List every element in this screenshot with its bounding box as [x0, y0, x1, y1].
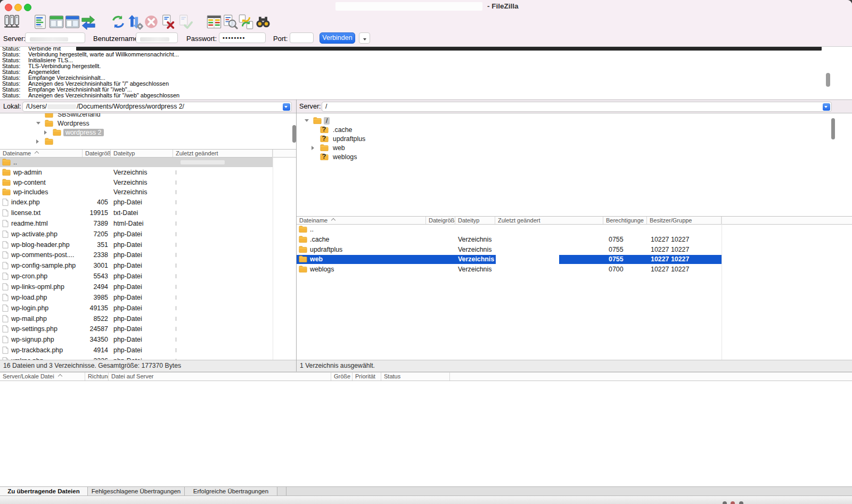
synchronized-browsing-button[interactable] [238, 14, 254, 30]
file-row-wp-load.php[interactable]: wp-load.php3985php-Datei [0, 293, 273, 302]
column-header-größe[interactable]: Größe [331, 373, 353, 381]
file-row-web[interactable]: webVerzeichnis075510227 10227 [297, 255, 722, 265]
column-header-besitzer/gruppe[interactable]: Besitzer/Gruppe [647, 217, 722, 224]
connect-button[interactable]: Verbinden [320, 32, 355, 44]
tree-item-/[interactable]: / [297, 116, 852, 125]
port-input[interactable] [290, 32, 314, 43]
local-pane-button[interactable] [48, 14, 64, 30]
chevron-right-icon[interactable] [44, 130, 47, 135]
redacted-date [175, 348, 177, 352]
close-window-button[interactable] [5, 4, 12, 11]
log-scrollbar[interactable] [826, 73, 830, 87]
file-name: wp-cron.php [11, 272, 47, 280]
file-row-wp-activate.php[interactable]: wp-activate.php7205php-Datei [0, 229, 273, 239]
file-row-wp-signup.php[interactable]: wp-signup.php34350php-Datei [0, 335, 273, 344]
tab-fehlgeschlagene-übertragungen[interactable]: Fehlgeschlagene Übertragungen [88, 487, 185, 495]
column-divider [273, 150, 273, 360]
tree-item-updraftplus[interactable]: ?updraftplus [297, 134, 852, 143]
file-row-.cache[interactable]: .cacheVerzeichnis075510227 10227 [297, 235, 722, 244]
minimize-window-button[interactable] [14, 4, 22, 11]
column-header-dateiname[interactable]: Dateiname [297, 217, 426, 224]
file-row-wp-links-opml.php[interactable]: wp-links-opml.php2494php-Datei [0, 282, 273, 292]
server-input[interactable] [25, 32, 85, 43]
column-header-dateigröße[interactable]: Dateigröße [426, 217, 455, 224]
remote-path-dropdown-button[interactable] [823, 103, 831, 111]
file-row-wp-blog-header.php[interactable]: wp-blog-header.php351php-Datei [0, 240, 273, 250]
chevron-right-icon[interactable] [312, 146, 314, 150]
disconnect-button[interactable] [160, 14, 176, 30]
file-row-..[interactable]: .. [0, 158, 273, 167]
file-type: Verzeichnis [111, 168, 173, 177]
tree-item-wordpress[interactable]: Wordpress [0, 119, 296, 128]
tab-erfolgreiche-übertragungen[interactable]: Erfolgreiche Übertragungen [185, 487, 277, 495]
column-header-dateigröße[interactable]: Dateigröße [83, 150, 111, 157]
file-row-wp-config-sample.php[interactable]: wp-config-sample.php3001php-Datei [0, 261, 273, 270]
column-header-datei-auf-server[interactable]: Datei auf Server [109, 373, 331, 381]
column-header-priorität[interactable]: Priorität [353, 373, 381, 381]
file-row-wp-comments-post....[interactable]: wp-comments-post....2338php-Datei [0, 251, 273, 260]
find-files-button[interactable] [255, 14, 271, 30]
tree-item-unnamed[interactable] [0, 137, 296, 146]
transfer-queue-button[interactable] [80, 14, 96, 30]
pane-splitter[interactable] [296, 100, 297, 371]
message-log-button[interactable] [32, 14, 48, 30]
column-header-zuletzt-geändert[interactable]: Zuletzt geändert [495, 217, 603, 224]
reconnect-button[interactable] [177, 14, 193, 30]
tree-item-weblogs[interactable]: ?weblogs [297, 152, 852, 161]
chevron-down-icon[interactable] [36, 122, 40, 125]
tree-item-.cache[interactable]: ?.cache [297, 125, 852, 134]
column-header-zuletzt-geändert[interactable]: Zuletzt geändert [173, 150, 273, 157]
file-row-weblogs[interactable]: weblogsVerzeichnis070010227 10227 [297, 265, 722, 274]
file-row-..[interactable]: .. [297, 225, 722, 234]
column-header-server/lokale-datei[interactable]: Server/Lokale Datei [0, 373, 85, 381]
tree-item-web[interactable]: web [297, 143, 852, 152]
file-row-wp-mail.php[interactable]: wp-mail.php8522php-Datei [0, 314, 273, 324]
local-path-combobox[interactable]: /Users//Documents/Wordpress/wordpress 2/ [22, 102, 292, 112]
column-header-richtung[interactable]: Richtung [85, 373, 109, 381]
tab-zu-übertragende-dateien[interactable]: Zu übertragende Dateien [0, 487, 88, 495]
file-name: .cache [310, 236, 330, 243]
process-queue-button[interactable] [127, 14, 143, 30]
file-row-readme.html[interactable]: readme.html7389html-Datei [0, 219, 273, 228]
local-tree-scrollbar[interactable] [292, 125, 296, 143]
chevron-down-icon[interactable] [305, 119, 309, 122]
filename-filter-button[interactable] [222, 14, 238, 30]
list-header: Server/Lokale DateiRichtungDatei auf Ser… [0, 373, 852, 381]
file-row-updraftplus[interactable]: updraftplusVerzeichnis075510227 10227 [297, 245, 722, 254]
tree-item-sbswitzerland[interactable]: SBSwitzerland [0, 113, 296, 119]
column-header-dateityp[interactable]: Dateityp [111, 150, 173, 157]
file-row-wp-includes[interactable]: wp-includesVerzeichnis [0, 188, 273, 197]
file-row-wp-content[interactable]: wp-contentVerzeichnis [0, 178, 273, 187]
local-path-dropdown-button[interactable] [283, 103, 291, 111]
log-line: Status:TLS-Verbindung hergestellt. [0, 63, 852, 69]
file-row-xmlrpc.php[interactable]: xmlrpc.php3236php-Datei [0, 356, 273, 360]
remote-pane-button[interactable] [64, 14, 80, 30]
file-row-license.txt[interactable]: license.txt19915txt-Datei [0, 208, 273, 218]
remote-path-combobox[interactable]: / [322, 102, 832, 112]
directory-comparison-button[interactable] [206, 14, 222, 30]
connect-dropdown-button[interactable] [359, 32, 370, 44]
file-row-wp-login.php[interactable]: wp-login.php49135php-Datei [0, 303, 273, 313]
redacted-date [175, 274, 177, 278]
column-header-berechtigunge[interactable]: Berechtigunge [603, 217, 647, 224]
site-manager-button[interactable] [4, 14, 20, 30]
column-header-status[interactable]: Status [381, 373, 450, 381]
refresh-button[interactable] [110, 14, 126, 30]
zoom-window-button[interactable] [24, 4, 31, 11]
chevron-right-icon[interactable] [36, 139, 39, 144]
column-header-dateityp[interactable]: Dateityp [455, 217, 495, 224]
unknown-folder-icon: ? [320, 153, 329, 161]
file-row-index.php[interactable]: index.php405php-Datei [0, 197, 273, 207]
file-owner-group: 10227 10227 [647, 255, 722, 265]
username-input[interactable] [136, 32, 178, 43]
file-row-wp-settings.php[interactable]: wp-settings.php24587php-Datei [0, 325, 273, 334]
column-header-dateiname[interactable]: Dateiname [0, 150, 83, 157]
remote-tree-scrollbar[interactable] [831, 118, 835, 139]
file-row-wp-trackback.php[interactable]: wp-trackback.php4914php-Datei [0, 345, 273, 355]
file-type: php-Datei [111, 251, 173, 260]
tree-item-wordpress-2[interactable]: wordpress 2 [0, 128, 296, 137]
file-row-wp-cron.php[interactable]: wp-cron.php5543php-Datei [0, 271, 273, 281]
file-row-wp-admin[interactable]: wp-adminVerzeichnis [0, 168, 273, 177]
cancel-button[interactable] [143, 14, 159, 30]
password-input[interactable]: •••••••• [219, 32, 266, 43]
